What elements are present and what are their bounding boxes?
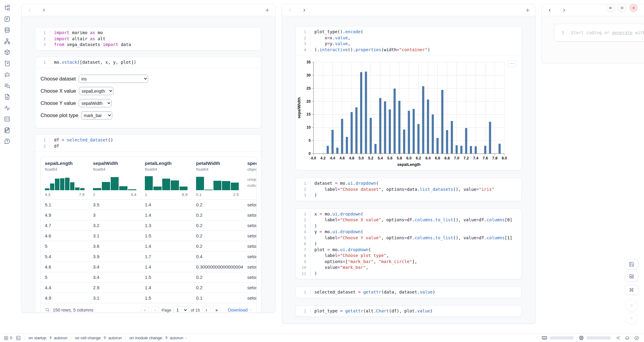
terminal-button[interactable] (16, 336, 21, 340)
column-name: sepalLength (45, 161, 84, 166)
column-histogram (45, 176, 84, 190)
code-editor[interactable]: 1plot_type = getattr(alt.Chart(df), plot… (296, 306, 521, 317)
datasources-icon (4, 27, 10, 33)
dropdown-select-choose-dataset[interactable]: iris (79, 75, 148, 83)
fold-spacer (46, 37, 50, 40)
table-row: 4.63.41.40.30000000000000004setosa (41, 262, 256, 272)
fold-chevron-icon[interactable] (306, 248, 310, 251)
dropdown-row: Choose datasetiris (41, 75, 256, 83)
code-line: 1dataset = mo.ui.dropdown( (296, 180, 521, 187)
fold-chevron-icon[interactable] (306, 182, 310, 185)
column-header-sepalLength[interactable]: sepalLength float64 4.37.9 (41, 157, 89, 199)
dropdown-select-choose-x-value[interactable]: sepalLength (79, 87, 113, 95)
sidebar-item-files[interactable] (4, 5, 10, 11)
chevron-left-icon[interactable] (287, 7, 293, 13)
sidebar-item-datasources[interactable] (4, 27, 10, 33)
chart-actions-button[interactable] (508, 60, 516, 67)
fold-chevron-icon[interactable] (306, 30, 310, 34)
code-text: label="Choose plot type", (310, 253, 389, 259)
code-editor[interactable]: 1selected_dataset = getattr(data, datase… (296, 287, 521, 298)
fold-spacer (306, 260, 310, 263)
column-header-sepalWidth[interactable]: sepalWidth float64 24.4 (89, 157, 141, 199)
ai-assistant-button[interactable] (615, 336, 620, 340)
table-cell: 4.9 (41, 212, 89, 218)
sidebar-item-variables[interactable] (4, 16, 10, 22)
column-header-petalLength[interactable]: petalLength float64 16.9 (141, 157, 192, 199)
notebook-panel-left: 1import marimo as mo2import altair as al… (21, 4, 275, 313)
copilot-button[interactable] (625, 336, 630, 340)
add-cell-button[interactable] (264, 7, 270, 13)
helper-sidebar (0, 0, 14, 337)
code-editor[interactable]: 1mo.vstack([dataset, x, y, plot]) (35, 57, 261, 68)
search-icon[interactable] (45, 307, 50, 313)
code-editor[interactable]: 1df = selected_dataset()2df (35, 135, 261, 151)
variables-icon (4, 16, 10, 22)
autorun-setting-0[interactable]: on startup: autorun (28, 336, 67, 340)
chevron-left-icon[interactable] (547, 7, 553, 13)
svg-text:6.6: 6.6 (435, 156, 440, 160)
table-row: 5.13.51.40.2setosa (41, 199, 256, 210)
prev-page-button[interactable]: ‹ (151, 306, 159, 313)
line-number: 10 (296, 265, 310, 271)
chevron-left-icon[interactable] (27, 7, 33, 13)
scratchpad-editor[interactable]: 1 Start coding or generate with AI (554, 24, 644, 41)
table-cell: 0.2 (192, 275, 243, 280)
ellipsis-icon (510, 61, 514, 67)
sidebar-item-scratchpad[interactable] (4, 127, 10, 134)
sidebar-item-packages[interactable] (4, 49, 10, 55)
chevron-right-icon[interactable] (41, 7, 47, 13)
notebook-cells: 1import marimo as mo2import altair as al… (22, 16, 275, 313)
run-all-button[interactable] (625, 312, 638, 324)
page-select[interactable]: 1 (174, 306, 188, 313)
sidebar-item-documentation[interactable] (4, 83, 10, 89)
code-cell: 1selected_dataset = getattr(data, datase… (295, 287, 522, 298)
code-line: 1import marimo as mo (35, 30, 261, 36)
chevron-right-icon[interactable] (561, 7, 567, 13)
altair-bar-chart[interactable]: 4.0 4.2 4.4 4.6 4.8 5.0 5.2 5.4 5.6 5.8 … (296, 58, 510, 168)
sidebar-item-dependencies[interactable] (4, 38, 10, 45)
line-number: 5 (296, 235, 310, 241)
errors-button[interactable]: 0 (4, 336, 12, 340)
code-editor[interactable]: 1dataset = mo.ui.dropdown(2 label="Choos… (296, 178, 521, 201)
autorun-setting-1[interactable]: on cell change: autorun (75, 336, 122, 340)
autorun-setting-2[interactable]: on module change: autorun (129, 336, 188, 340)
code-cell: 1plot_type = getattr(alt.Chart(df), plot… (295, 305, 522, 317)
sidebar-item-logs[interactable] (4, 60, 10, 67)
last-page-button[interactable]: » (213, 306, 221, 313)
code-line: 2df (35, 143, 261, 149)
code-editor[interactable]: 1plot_type().encode(2 x=x.value,3 y=y.va… (296, 27, 521, 55)
dropdown-select-choose-y-value[interactable]: sepalWidth (79, 99, 112, 107)
fold-chevron-icon[interactable] (306, 230, 310, 233)
layout-button[interactable] (625, 271, 638, 282)
chevron-right-icon[interactable] (301, 7, 307, 13)
sidebar-item-tracing[interactable] (4, 105, 10, 111)
code-editor[interactable]: 1import marimo as mo2import altair as al… (35, 27, 261, 50)
line-number: 1 (554, 29, 567, 36)
first-page-button[interactable]: « (141, 306, 149, 313)
sidebar-item-help[interactable] (4, 138, 10, 144)
sidebar-item-snippets[interactable] (4, 94, 10, 100)
sidebar-item-outputs[interactable] (4, 116, 10, 122)
sidebar-item-chat[interactable] (4, 71, 10, 78)
keyboard-shortcuts-button[interactable] (625, 285, 638, 295)
histogram-range: 24.4 (93, 192, 136, 197)
dropdown-select-choose-plot-type[interactable]: mark_bar (81, 111, 112, 119)
column-header-species[interactable]: species objectunique:nulls: (243, 157, 256, 199)
settings-button[interactable] (618, 4, 626, 12)
code-text: mo.vstack([dataset, x, y, plot]) (50, 59, 136, 66)
fold-spacer (306, 242, 310, 245)
code-editor[interactable]: 1x = mo.ui.dropdown(2 label="Choose X va… (296, 209, 521, 279)
menu-button[interactable] (606, 4, 614, 12)
stop-button[interactable] (625, 299, 638, 312)
table-cell: 0.1 (192, 295, 243, 301)
fold-chevron-icon[interactable] (306, 212, 310, 216)
add-cell-button[interactable] (524, 7, 531, 13)
connection-status-button[interactable] (634, 336, 639, 340)
column-header-petalWidth[interactable]: petalWidth float64 0.12.5 (192, 157, 243, 199)
column-histogram (145, 176, 188, 190)
next-page-button[interactable]: › (202, 306, 210, 313)
close-button[interactable] (629, 4, 638, 12)
page-total: of 15 (191, 308, 200, 312)
save-button[interactable] (625, 259, 638, 269)
download-button[interactable]: Download (228, 308, 252, 312)
